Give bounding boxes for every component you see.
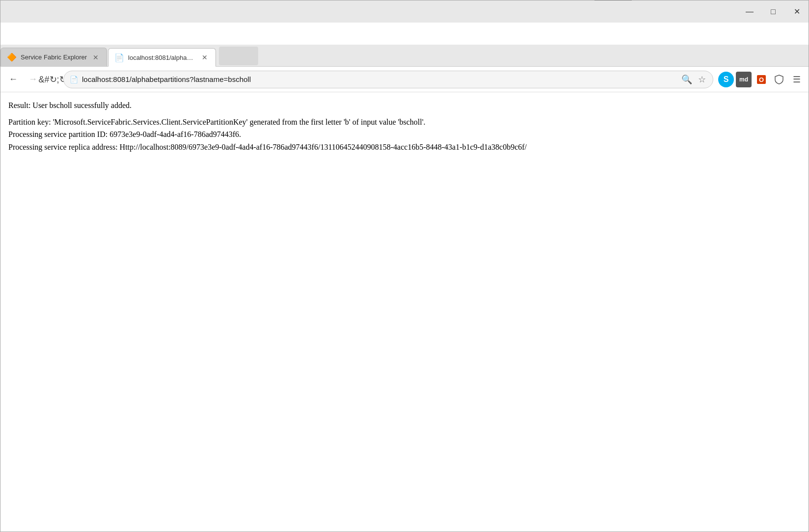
toolbar-icons: S md O ☰	[718, 72, 805, 87]
info-block: Partition key: 'Microsoft.ServiceFabric.…	[8, 116, 801, 154]
svg-text:O: O	[759, 76, 764, 83]
partition-key-line: Partition key: 'Microsoft.ServiceFabric.…	[8, 116, 801, 129]
browser-window: Boris — □ ✕ 🔶 Service Fabric Explorer ✕ …	[0, 0, 809, 532]
replica-address-line: Processing service replica address: Http…	[8, 141, 801, 154]
tab-close-1[interactable]: ✕	[91, 53, 101, 62]
maximize-button[interactable]: □	[761, 0, 785, 23]
tab-close-2[interactable]: ✕	[200, 53, 210, 62]
search-icon[interactable]: 🔍	[680, 73, 693, 86]
tab-icon-2: 📄	[114, 53, 124, 62]
window-controls: — □ ✕	[738, 0, 809, 23]
office-icon[interactable]: O	[754, 72, 769, 87]
url-bar[interactable]: 📄 🔍 ☆	[63, 71, 713, 88]
titlebar: Boris — □ ✕	[0, 0, 809, 23]
shield-icon[interactable]	[771, 72, 787, 87]
tabbar: 🔶 Service Fabric Explorer ✕ 📄 localhost:…	[0, 45, 809, 67]
result-line: Result: User bscholl sucessfully added.	[8, 99, 801, 112]
md-icon[interactable]: md	[736, 72, 752, 87]
user-profile[interactable]: Boris	[594, 0, 632, 0]
result-text: Result: User bscholl sucessfully added.	[8, 101, 132, 109]
addressbar: ← → &#↻;↻ 📄 🔍 ☆ S md O ☰	[0, 67, 809, 92]
tab-service-fabric[interactable]: 🔶 Service Fabric Explorer ✕	[0, 48, 107, 66]
tab-label-2: localhost:8081/alphabetp...	[128, 54, 196, 61]
minimize-button[interactable]: —	[738, 0, 761, 23]
url-input[interactable]	[82, 75, 676, 83]
reload-button[interactable]: &#↻;↻	[44, 71, 61, 88]
back-button[interactable]: ←	[4, 71, 22, 88]
bookmark-icon[interactable]: ☆	[697, 73, 707, 86]
partition-id-line: Processing service partition ID: 6973e3e…	[8, 128, 801, 141]
tab-placeholder	[219, 47, 258, 65]
tab-icon-1: 🔶	[7, 53, 17, 62]
tab-label-1: Service Fabric Explorer	[21, 53, 87, 61]
page-icon: 📄	[70, 76, 78, 83]
tab-localhost[interactable]: 📄 localhost:8081/alphabetp... ✕	[108, 48, 216, 67]
page-content: Result: User bscholl sucessfully added. …	[0, 92, 809, 532]
menu-icon[interactable]: ☰	[789, 72, 805, 87]
close-button[interactable]: ✕	[785, 0, 809, 23]
skype-icon[interactable]: S	[718, 72, 734, 87]
